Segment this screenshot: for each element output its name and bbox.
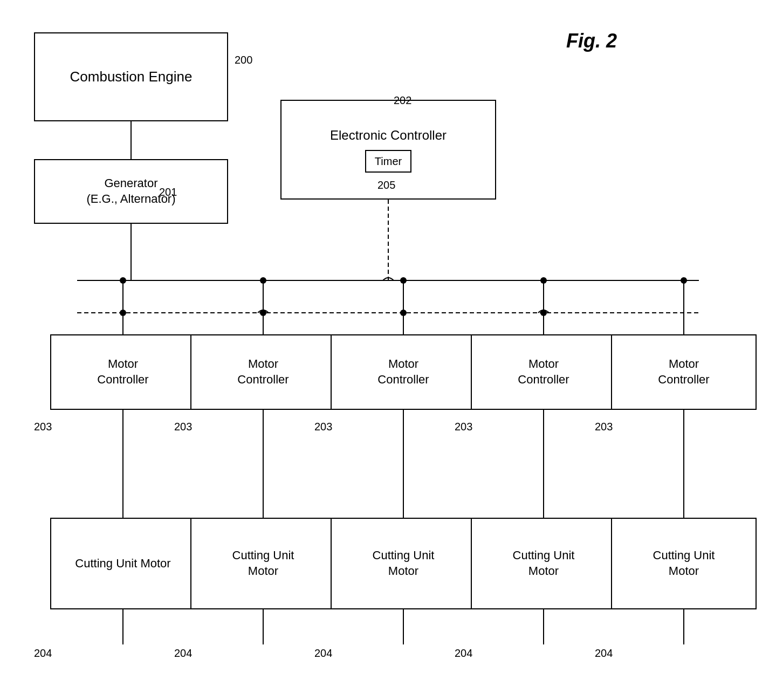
ref-200: 200 (235, 54, 252, 66)
timer-box: Timer (365, 150, 411, 173)
diagram: Fig. 2 Combustion Engine 200 Generator(E… (0, 0, 776, 700)
svg-point-25 (400, 277, 407, 284)
ref-203-1: 203 (34, 421, 52, 433)
ref-204-1: 204 (34, 647, 52, 660)
motor-controller-1: MotorController (50, 334, 196, 410)
figure-label: Fig. 2 (566, 30, 617, 52)
generator-box: Generator(E.G., Alternator) (34, 159, 228, 224)
cutting-unit-motor-2: Cutting UnitMotor (190, 518, 336, 609)
ref-204-3: 204 (314, 647, 332, 660)
cutting-unit-motor-3: Cutting UnitMotor (331, 518, 476, 609)
ref-203-4: 203 (455, 421, 472, 433)
ref-205: 205 (377, 179, 395, 191)
cutting-unit-motor-1: Cutting Unit Motor (50, 518, 196, 609)
ref-202: 202 (394, 94, 411, 107)
motor-controller-5: MotorController (611, 334, 757, 410)
svg-point-24 (260, 277, 266, 284)
ref-203-2: 203 (174, 421, 192, 433)
motor-controller-3: MotorController (331, 334, 476, 410)
ref-201: 201 (159, 186, 177, 198)
svg-point-28 (120, 310, 126, 316)
combustion-engine-box: Combustion Engine (34, 32, 228, 121)
svg-point-23 (120, 277, 126, 284)
ref-204-5: 204 (595, 647, 613, 660)
ref-204-4: 204 (455, 647, 472, 660)
cutting-unit-motor-4: Cutting UnitMotor (471, 518, 616, 609)
ref-204-2: 204 (174, 647, 192, 660)
motor-controller-2: MotorController (190, 334, 336, 410)
svg-point-26 (540, 277, 547, 284)
ref-203-3: 203 (314, 421, 332, 433)
cutting-unit-motor-5: Cutting UnitMotor (611, 518, 757, 609)
ref-203-5: 203 (595, 421, 613, 433)
motor-controller-4: MotorController (471, 334, 616, 410)
svg-point-27 (681, 277, 687, 284)
svg-point-30 (400, 310, 407, 316)
